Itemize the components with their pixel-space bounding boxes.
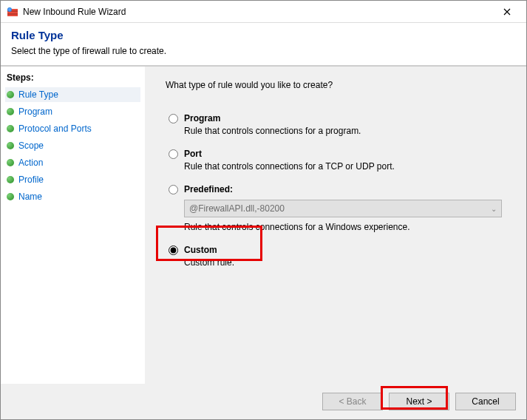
step-label: Profile [18, 175, 44, 185]
option-desc: Rule that controls connections for a Win… [184, 222, 509, 232]
option-port[interactable]: Port Rule that controls connections for … [166, 146, 511, 173]
option-custom[interactable]: Custom Custom rule. [166, 243, 511, 269]
step-profile[interactable]: Profile [5, 172, 140, 187]
option-desc: Rule that controls connections for a TCP… [184, 161, 509, 172]
chevron-down-icon: ⌄ [491, 205, 497, 213]
radio-predefined[interactable] [169, 185, 178, 194]
wizard-window: New Inbound Rule Wizard Rule Type Select… [0, 0, 527, 420]
steps-sidebar: Steps: Rule Type Program Protocol and Po… [1, 67, 145, 384]
step-action[interactable]: Action [5, 155, 140, 170]
rule-type-options: Program Rule that controls connections f… [166, 111, 511, 269]
step-bullet-icon [7, 159, 14, 166]
next-button[interactable]: Next > [389, 393, 449, 410]
option-program[interactable]: Program Rule that controls connections f… [166, 111, 511, 138]
option-predefined[interactable]: Predefined: @FirewallAPI.dll,-80200 ⌄ Ru… [166, 182, 511, 234]
step-label: Name [18, 192, 42, 202]
step-label: Scope [18, 140, 44, 151]
step-bullet-icon [7, 108, 14, 115]
option-title: Program [184, 112, 509, 124]
close-button[interactable] [491, 1, 523, 22]
radio-port[interactable] [169, 149, 178, 159]
option-title: Port [184, 148, 509, 160]
wizard-footer: < Back Next > Cancel [1, 384, 526, 419]
step-bullet-icon [7, 142, 14, 149]
step-label: Action [18, 158, 43, 168]
wizard-body: Steps: Rule Type Program Protocol and Po… [1, 66, 526, 384]
radio-custom[interactable] [169, 245, 178, 255]
svg-point-5 [8, 8, 11, 11]
svg-rect-3 [7, 15, 18, 16]
step-bullet-icon [7, 125, 14, 132]
radio-program[interactable] [169, 114, 178, 123]
page-title: Rule Type [11, 29, 516, 41]
wizard-content: What type of rule would you like to crea… [145, 67, 526, 384]
step-bullet-icon [7, 193, 14, 200]
steps-heading: Steps: [7, 72, 140, 83]
firewall-icon [7, 6, 18, 18]
wizard-header: Rule Type Select the type of firewall ru… [1, 23, 526, 65]
option-desc: Custom rule. [184, 257, 509, 268]
option-title: Custom [184, 244, 509, 256]
option-title: Predefined: [184, 183, 509, 195]
step-label: Protocol and Ports [18, 123, 92, 134]
step-protocol-ports[interactable]: Protocol and Ports [5, 121, 140, 136]
back-button: < Back [322, 393, 383, 410]
step-name[interactable]: Name [5, 189, 140, 204]
question-text: What type of rule would you like to crea… [166, 80, 511, 90]
page-subtitle: Select the type of firewall rule to crea… [11, 46, 516, 56]
titlebar: New Inbound Rule Wizard [1, 1, 526, 23]
predefined-combobox[interactable]: @FirewallAPI.dll,-80200 ⌄ [184, 200, 502, 217]
step-bullet-icon [7, 176, 14, 183]
window-title: New Inbound Rule Wizard [23, 7, 491, 17]
step-rule-type[interactable]: Rule Type [5, 87, 140, 102]
step-label: Rule Type [18, 89, 58, 100]
step-bullet-icon [7, 91, 14, 98]
step-label: Program [18, 106, 52, 117]
combo-value: @FirewallAPI.dll,-80200 [189, 203, 285, 214]
svg-rect-2 [7, 12, 18, 13]
step-scope[interactable]: Scope [5, 138, 140, 153]
option-desc: Rule that controls connections for a pro… [184, 126, 509, 136]
cancel-button[interactable]: Cancel [455, 393, 516, 410]
step-program[interactable]: Program [5, 104, 140, 119]
